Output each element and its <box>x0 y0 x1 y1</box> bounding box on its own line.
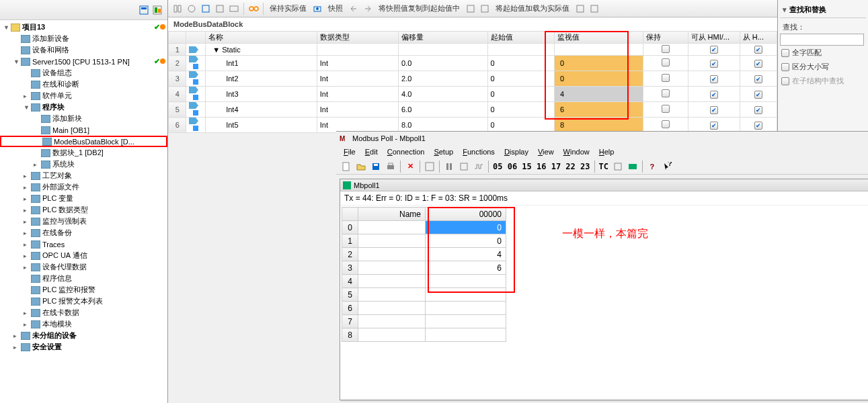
table-row[interactable]: 4 Int3Int4.004 <box>169 87 777 102</box>
var-dtype[interactable]: Int <box>317 71 398 87</box>
find-replace-header[interactable]: 查找和替换 <box>780 2 866 18</box>
grid-cell-name[interactable] <box>358 248 426 261</box>
expand-arrow-icon[interactable]: ▸ <box>24 195 30 202</box>
toolbar-icon[interactable] <box>442 160 456 173</box>
var-name[interactable]: Int4 <box>206 102 317 118</box>
col-dtype[interactable]: 数据类型 <box>317 32 398 44</box>
expand-arrow-icon[interactable]: ▸ <box>24 207 30 214</box>
pulse-icon[interactable] <box>472 160 485 173</box>
menu-setup[interactable]: Setup <box>430 147 457 156</box>
var-name[interactable]: Int5 <box>206 118 317 133</box>
grid-row[interactable]: 5 <box>342 288 506 302</box>
grid-row[interactable]: 00 <box>342 221 506 234</box>
toolbar-icon[interactable] <box>611 160 625 173</box>
grid-cell-name[interactable] <box>358 234 426 248</box>
hmi-checkbox[interactable] <box>710 106 718 114</box>
tree-item[interactable]: ▸软件单元 <box>0 90 167 101</box>
expand-arrow-icon[interactable]: ▸ <box>24 264 30 271</box>
var-dtype[interactable]: Int <box>317 56 398 71</box>
save-icon[interactable] <box>369 160 383 173</box>
table-row[interactable]: 5 Int4Int6.006 <box>169 102 777 118</box>
expand-arrow-icon[interactable]: ▸ <box>24 321 30 328</box>
retain-checkbox[interactable] <box>662 120 670 128</box>
tree-item[interactable]: 程序信息 <box>0 273 167 284</box>
grid-row[interactable]: 10 <box>342 234 506 248</box>
hmi-checkbox[interactable] <box>710 46 718 54</box>
tree-item[interactable]: ▸在线卡数据 <box>0 307 167 318</box>
cancel-icon[interactable]: ✕ <box>403 160 417 173</box>
tree-item[interactable]: Main [OB1] <box>0 124 167 136</box>
function-codes[interactable]: 05 06 15 16 17 22 23 <box>491 162 592 171</box>
tree-item[interactable]: PLC 报警文本列表 <box>0 296 167 307</box>
tree-item[interactable]: ▸未分组的设备 <box>0 330 167 341</box>
tree-root[interactable]: ▼ 项目13 ✔ <box>0 21 167 33</box>
col-fromh[interactable]: 从 H... <box>740 32 777 44</box>
expand-arrow-icon[interactable]: ▸ <box>24 253 30 259</box>
retain-checkbox[interactable] <box>662 105 670 113</box>
toolbar-icon[interactable] <box>214 3 226 15</box>
expand-arrow-icon[interactable]: ▼ <box>3 24 10 31</box>
expand-arrow-icon[interactable]: ▸ <box>24 241 30 248</box>
open-icon[interactable] <box>354 160 368 173</box>
menu-connection[interactable]: Connection <box>383 147 429 156</box>
retain-checkbox[interactable] <box>662 58 670 66</box>
grid-cell-name[interactable] <box>358 221 426 234</box>
expand-arrow-icon[interactable]: ▸ <box>24 173 30 179</box>
inner-window-title[interactable]: Mbpoll1 <box>340 179 868 191</box>
var-start[interactable]: 0 <box>487 87 554 102</box>
grid-col-name[interactable]: Name <box>358 208 426 221</box>
fromh-checkbox[interactable] <box>754 106 762 114</box>
expand-arrow-icon[interactable]: ▸ <box>24 93 30 99</box>
tree-item[interactable]: ▸系统块 <box>0 159 167 170</box>
tree-item[interactable]: ▸OPC UA 通信 <box>0 250 167 261</box>
toolbar-icon[interactable] <box>457 160 471 173</box>
glasses-icon[interactable] <box>247 3 260 15</box>
toolbar-icon[interactable] <box>362 3 374 15</box>
hmi-checkbox[interactable] <box>710 91 718 99</box>
var-name[interactable]: Int2 <box>206 71 317 87</box>
grid-cell-value[interactable]: 4 <box>426 248 506 261</box>
modbus-titlebar[interactable]: M Modbus Poll - Mbpoll1 <box>336 132 868 145</box>
menu-edit[interactable]: Edit <box>361 147 382 156</box>
tree-item[interactable]: ModeBusDataBlock [D... <box>0 136 167 147</box>
fromh-checkbox[interactable] <box>754 60 762 68</box>
tree-item[interactable]: 数据块_1 [DB2] <box>0 147 167 159</box>
tc-label[interactable]: TC <box>598 162 610 171</box>
datablock-table[interactable]: 名称 数据类型 偏移量 起始值 监视值 保持 可从 HMI/... 从 H...… <box>168 31 777 133</box>
snapshot-icon[interactable] <box>311 3 323 15</box>
fromh-checkbox[interactable] <box>754 46 762 54</box>
expand-arrow-icon[interactable]: ▼ <box>24 104 30 111</box>
grid-row[interactable]: 7 <box>342 315 506 328</box>
grid-cell-value[interactable] <box>426 328 506 342</box>
col-offset[interactable]: 偏移量 <box>399 32 487 44</box>
toolbar-icon[interactable] <box>626 160 639 173</box>
grid-row[interactable]: 24 <box>342 248 506 261</box>
grid-cell-name[interactable] <box>358 288 426 302</box>
fromh-checkbox[interactable] <box>754 91 762 99</box>
grid-cell-value[interactable]: 0 <box>426 221 506 234</box>
col-name[interactable]: 名称 <box>206 32 317 44</box>
grid-cell-value[interactable] <box>426 275 506 288</box>
grid-cell-value[interactable] <box>426 288 506 302</box>
expand-arrow-icon[interactable]: ▸ <box>24 230 30 236</box>
grid-cell-name[interactable] <box>358 328 426 342</box>
tree-item[interactable]: ▸监控与强制表 <box>0 216 167 227</box>
expand-arrow-icon[interactable]: ▸ <box>34 161 40 168</box>
grid-cell-name[interactable] <box>358 275 426 288</box>
var-start[interactable]: 0 <box>487 56 554 71</box>
load-actual-label[interactable]: 将起始值加载为实际值 <box>493 3 572 13</box>
find-input[interactable] <box>780 34 864 46</box>
modbus-data-grid[interactable]: Name 00000 0010243645678 <box>342 207 506 342</box>
toolbar-icon[interactable] <box>228 3 240 15</box>
toolbar-icon[interactable] <box>574 3 586 15</box>
copy-to-start-label[interactable]: 将快照值复制到起始值中 <box>376 3 463 13</box>
snapshot-label[interactable]: 快照 <box>325 3 346 13</box>
expand-arrow-icon[interactable]: ▸ <box>24 310 30 316</box>
menu-file[interactable]: File <box>340 147 360 156</box>
help-icon[interactable]: ? <box>645 160 659 173</box>
checkbox-icon[interactable] <box>781 49 789 57</box>
expand-arrow-icon[interactable]: ▸ <box>13 344 20 351</box>
hmi-checkbox[interactable] <box>710 60 718 68</box>
tree-item[interactable]: ▸本地模块 <box>0 318 167 330</box>
toolbar-icon[interactable] <box>588 3 600 15</box>
